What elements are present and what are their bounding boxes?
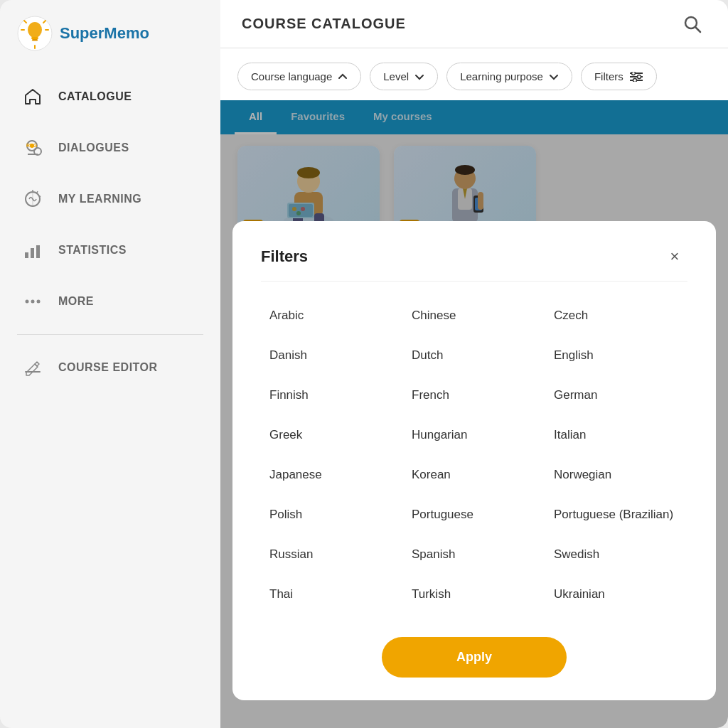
chevron-down-icon	[414, 72, 424, 82]
sidebar-header: SuperMemo	[0, 0, 220, 64]
sidebar-item-more-label: MORE	[58, 295, 94, 308]
sidebar-item-my-learning-label: MY LEARNING	[58, 193, 141, 205]
sidebar-item-course-editor-label: COURSE EDITOR	[58, 361, 158, 374]
language-item-french[interactable]: French	[403, 375, 545, 415]
language-item-greek[interactable]: Greek	[261, 415, 403, 455]
language-item-chinese[interactable]: Chinese	[403, 296, 545, 336]
language-item-turkish[interactable]: Turkish	[403, 574, 545, 614]
svg-rect-3	[32, 39, 38, 41]
svg-rect-19	[25, 252, 28, 258]
language-item-dutch[interactable]: Dutch	[403, 336, 545, 375]
nav-divider	[17, 334, 203, 335]
language-item-swedish[interactable]: Swedish	[545, 535, 687, 574]
language-item-japanese[interactable]: Japanese	[261, 455, 403, 495]
svg-rect-20	[31, 248, 34, 258]
language-item-italian[interactable]: Italian	[545, 415, 687, 455]
sidebar-item-dialogues[interactable]: RPG DIALOGUES	[0, 122, 220, 173]
svg-text:RPG: RPG	[26, 143, 38, 148]
sidebar-item-dialogues-label: DIALOGUES	[58, 141, 129, 154]
language-item-thai[interactable]: Thai	[261, 574, 403, 614]
svg-point-1	[28, 22, 42, 38]
svg-point-32	[637, 75, 641, 78]
language-item-hungarian[interactable]: Hungarian	[403, 415, 545, 455]
dots-icon	[20, 289, 46, 314]
language-item-spanish[interactable]: Spanish	[403, 535, 545, 574]
language-item-arabic[interactable]: Arabic	[261, 296, 403, 336]
filter-bar: Course language Level Learning purpose F…	[220, 48, 728, 100]
svg-rect-2	[31, 37, 38, 39]
chart-icon	[20, 237, 46, 263]
sidebar-item-statistics[interactable]: STATISTICS	[0, 225, 220, 276]
sidebar-item-catalogue-label: CATALOGUE	[58, 90, 132, 103]
apply-button[interactable]: Apply	[382, 637, 567, 678]
home-icon	[20, 84, 46, 109]
language-item-polish[interactable]: Polish	[261, 495, 403, 535]
language-item-danish[interactable]: Danish	[261, 336, 403, 375]
sidebar-item-statistics-label: STATISTICS	[58, 244, 127, 257]
sidebar-item-catalogue[interactable]: CATALOGUE	[0, 71, 220, 122]
app-container: SuperMemo CATALOGUE	[0, 0, 728, 728]
language-item-korean[interactable]: Korean	[403, 455, 545, 495]
language-item-german[interactable]: German	[545, 375, 687, 415]
chevron-down-icon-2	[549, 72, 559, 82]
language-item-english[interactable]: English	[545, 336, 687, 375]
language-item-czech[interactable]: Czech	[545, 296, 687, 336]
modal-title: Filters	[261, 247, 308, 266]
logo-icon	[17, 16, 53, 51]
svg-point-23	[31, 300, 35, 304]
modal-overlay[interactable]: Filters × ArabicChineseCzechDanishDutchE…	[220, 100, 728, 728]
filters-modal: Filters × ArabicChineseCzechDanishDutchE…	[232, 221, 716, 700]
language-item-russian[interactable]: Russian	[261, 535, 403, 574]
filters-icon	[629, 72, 643, 82]
svg-point-31	[631, 72, 635, 75]
sidebar-item-course-editor[interactable]: COURSE EDITOR	[0, 342, 220, 393]
content-area: All Favourites My courses	[220, 100, 728, 728]
filters-label: Filters	[594, 70, 623, 82]
brain-icon	[20, 186, 46, 212]
svg-line-18	[39, 196, 41, 197]
sidebar: SuperMemo CATALOGUE	[0, 0, 220, 728]
sidebar-item-more[interactable]: MORE	[0, 276, 220, 327]
course-language-filter[interactable]: Course language	[237, 63, 361, 90]
learning-purpose-filter[interactable]: Learning purpose	[446, 63, 572, 90]
level-filter[interactable]: Level	[370, 63, 438, 90]
learning-purpose-label: Learning purpose	[460, 70, 543, 82]
language-item-portuguese[interactable]: Portuguese	[403, 495, 545, 535]
language-item-finnish[interactable]: Finnish	[261, 375, 403, 415]
edit-icon	[20, 355, 46, 380]
main-content: COURSE CATALOGUE Course language Level	[220, 0, 728, 728]
modal-close-button[interactable]: ×	[662, 244, 687, 269]
sidebar-item-my-learning[interactable]: MY LEARNING	[0, 173, 220, 225]
svg-point-24	[37, 300, 41, 304]
dialogues-icon: RPG	[20, 135, 46, 161]
level-label: Level	[383, 70, 409, 82]
language-item-portuguese-brazilian[interactable]: Portuguese (Brazilian)	[545, 495, 687, 535]
svg-line-27	[695, 27, 700, 32]
filters-button[interactable]: Filters	[581, 63, 657, 90]
top-bar: COURSE CATALOGUE	[220, 0, 728, 48]
language-item-norwegian[interactable]: Norwegian	[545, 455, 687, 495]
language-grid: ArabicChineseCzechDanishDutchEnglishFinn…	[261, 296, 687, 614]
svg-point-33	[633, 78, 636, 82]
search-button[interactable]	[678, 10, 707, 38]
course-language-label: Course language	[251, 70, 332, 82]
language-item-ukrainian[interactable]: Ukrainian	[545, 574, 687, 614]
logo-text: SuperMemo	[60, 24, 149, 43]
modal-header: Filters ×	[261, 244, 687, 282]
svg-rect-21	[36, 245, 40, 258]
page-title: COURSE CATALOGUE	[242, 16, 406, 32]
sidebar-nav: CATALOGUE RPG DIALOGUES	[0, 64, 220, 400]
svg-line-17	[37, 191, 38, 193]
chevron-up-icon	[338, 72, 348, 82]
svg-point-22	[26, 300, 29, 304]
